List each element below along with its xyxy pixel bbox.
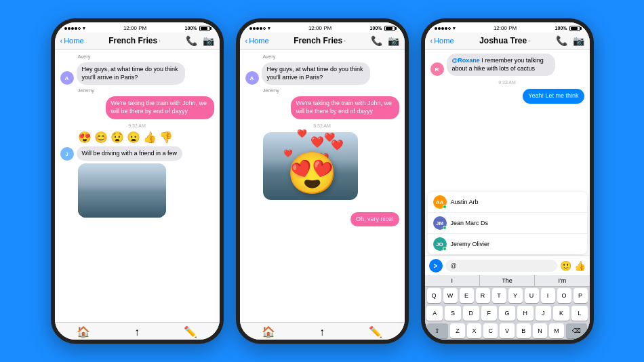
key-e[interactable]: E [460,288,474,303]
key-v[interactable]: V [500,323,514,338]
key-f[interactable]: F [481,306,498,321]
phone-1: ▾ 12:00 PM 100% ‹ Home French Fries › 📞 … [51,18,224,344]
bubble-2b: We're taking the train with John, we wil… [291,96,399,119]
reaction-dislike[interactable]: 👎 [159,131,173,144]
tab-home-icon-2[interactable]: 🏠 [262,325,275,338]
key-h[interactable]: H [517,306,534,321]
phone-icon-2[interactable]: 📞 [371,35,382,46]
bubble-1: Hey guys, at what time do you think you'… [77,62,185,85]
back-button-2[interactable]: ‹ Home [245,37,269,45]
image-emoji-container: ❤️ ❤️ ❤️ ❤️ ❤️ ❤️ 😍 [263,132,358,207]
reaction-sad[interactable]: 😦 [127,131,140,144]
nav-title-2: French Fries › [294,36,346,45]
bubble-2a: Hey guys, at what time do you think you'… [262,62,370,85]
back-label-1: Home [64,37,83,45]
tab-edit-icon-2[interactable]: ✏️ [369,325,382,338]
key-m[interactable]: M [549,323,563,338]
tab-share-icon-1[interactable]: ↑ [134,326,140,338]
key-p[interactable]: P [573,288,588,303]
timestamp-3: 9:32 AM [430,80,584,85]
key-r[interactable]: R [476,288,490,303]
key-u[interactable]: U [525,288,539,303]
bubble-3: Will be driving with a friend in a few [77,146,183,161]
suggest-i[interactable]: I [425,275,480,286]
key-x[interactable]: X [467,323,481,338]
key-b[interactable]: B [517,323,531,338]
key-k[interactable]: K [553,306,569,321]
status-time-3: 12:00 PM [494,25,517,31]
key-s[interactable]: S [445,306,461,321]
tab-home-icon-1[interactable]: 🏠 [77,325,90,338]
status-bar-1: ▾ 12:00 PM 100% [55,22,220,33]
like-button-3[interactable]: 👍 [574,260,586,271]
mention-name-jeanmarc: Jean Marc Ds [451,220,489,226]
avatar-avery-1: A [60,71,74,85]
bubble-2: We're taking the train with John, we wil… [106,96,214,119]
reaction-wow[interactable]: 😧 [110,131,124,144]
msg-row-1: A Hey guys, at what time do you think yo… [60,62,214,85]
mention-name-austin: Austin Arb [451,199,479,205]
mention-item-jeanmarc[interactable]: JM Jean Marc Ds [428,213,587,234]
key-l[interactable]: L [571,306,588,321]
nav-bar-2: ‹ Home French Fries › 📞 📷 [240,33,405,49]
send-button-3[interactable]: > [429,259,443,273]
mention-avatar-austin: AA [433,195,447,209]
nav-bar-3: ‹ Home Joshua Tree › 📞 📷 [425,33,590,49]
video-icon-1[interactable]: 📷 [203,35,214,46]
keyboard-row-3: ⇧ Z X C V B N M ⌫ [425,322,590,340]
tab-share-icon-2[interactable]: ↑ [319,326,325,338]
key-n[interactable]: N [533,323,547,338]
reactions-bar-1: 😍 😊 😧 😦 👍 👎 [78,131,214,144]
key-d[interactable]: D [463,306,479,321]
wifi-icon-2: ▾ [268,26,270,31]
mention-item-austin[interactable]: AA Austin Arb [428,192,587,213]
back-button-3[interactable]: ‹ Home [430,37,454,45]
video-icon-2[interactable]: 📷 [388,35,399,46]
status-bar-3: ▾ 12:00 PM 100% [425,22,590,33]
timestamp-1: 9:32 AM [60,123,214,128]
back-button-1[interactable]: ‹ Home [60,37,84,45]
battery-label-3: 100% [555,26,567,31]
reaction-like[interactable]: 👍 [143,131,157,144]
battery-area-2: 100% [370,26,395,31]
key-delete[interactable]: ⌫ [566,323,588,338]
reaction-smile[interactable]: 😊 [94,131,108,144]
tab-edit-icon-1[interactable]: ✏️ [184,325,197,338]
wifi-icon: ▾ [83,26,85,31]
nav-icons-3: 📞 📷 [556,35,584,46]
key-z[interactable]: Z [450,323,464,338]
key-y[interactable]: Y [508,288,523,303]
avatar-avery-2: A [245,71,259,85]
key-i[interactable]: I [541,288,555,303]
key-j[interactable]: J [536,306,552,321]
key-shift[interactable]: ⇧ [427,323,449,338]
bubble-reply-2: Oh, very nice! [350,212,399,227]
key-o[interactable]: O [557,288,571,303]
suggest-the[interactable]: The [480,275,535,286]
online-dot-austin [443,205,447,209]
video-icon-3[interactable]: 📷 [573,35,584,46]
battery-area-1: 100% [185,26,210,31]
battery-area-3: 100% [555,26,580,31]
phone-icon-3[interactable]: 📞 [556,35,567,46]
msg-row-reply-2: Oh, very nice! [245,212,399,227]
mention-popup: AA Austin Arb JM Jean Marc Ds JO Jeremy … [428,192,587,254]
key-a[interactable]: A [426,306,443,321]
mention-item-jeremy[interactable]: JO Jeremy Olivier [428,234,587,254]
key-w[interactable]: W [443,288,458,303]
input-area-3: > @ 🙂 👍 [425,256,590,275]
message-input-3[interactable]: @ [445,260,557,272]
key-t[interactable]: T [492,288,506,303]
chat-area-1: Avery A Hey guys, at what time do you th… [55,49,220,322]
reaction-love[interactable]: 😍 [78,131,92,144]
wifi-icon-3: ▾ [453,26,456,31]
heart-5: ❤️ [297,129,307,138]
phone-icon-1[interactable]: 📞 [186,35,197,46]
emoji-button-3[interactable]: 🙂 [560,260,571,271]
phone-2: ▾ 12:00 PM 100% ‹ Home French Fries › 📞 … [236,18,409,344]
key-g[interactable]: G [499,306,515,321]
online-dot-jeremy [443,247,447,251]
key-c[interactable]: C [483,323,498,338]
suggest-im[interactable]: I'm [535,275,589,286]
key-q[interactable]: Q [427,288,441,303]
